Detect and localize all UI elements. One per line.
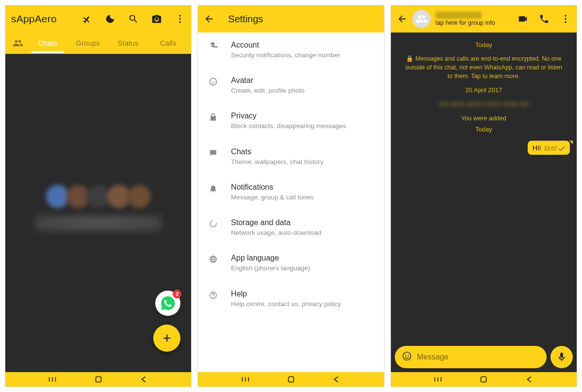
outgoing-message[interactable]: Hi! 23:07 bbox=[528, 141, 570, 155]
svg-point-0 bbox=[179, 15, 181, 16]
chats-screen: sAppAero Chats Groups Status Calls 2 + bbox=[5, 5, 192, 387]
data-icon bbox=[209, 218, 226, 229]
message-list[interactable]: Today 🔒 Messages and calls are end-to-en… bbox=[391, 33, 577, 342]
svg-rect-19 bbox=[481, 377, 486, 382]
tab-bar: Chats Groups Status Calls bbox=[5, 33, 191, 54]
mic-button[interactable] bbox=[550, 346, 573, 368]
tab-calls[interactable]: Calls bbox=[148, 33, 188, 53]
svg-point-13 bbox=[565, 15, 566, 16]
new-chat-fab[interactable]: + bbox=[153, 325, 180, 352]
settings-row-help[interactable]: HelpHelp centre, contact us, privacy pol… bbox=[198, 281, 384, 317]
chat-icon bbox=[209, 147, 226, 158]
blurred-empty-state bbox=[5, 185, 191, 231]
airplane-icon[interactable] bbox=[81, 14, 92, 24]
app-title: sAppAero bbox=[11, 13, 57, 25]
face-icon bbox=[209, 76, 226, 86]
svg-point-1 bbox=[179, 18, 181, 19]
svg-point-6 bbox=[214, 81, 215, 82]
home-icon[interactable] bbox=[478, 376, 489, 383]
group-subtitle: tap here for group info bbox=[436, 20, 513, 27]
encryption-notice[interactable]: 🔒 Messages and calls are end-to-end encr… bbox=[398, 52, 570, 82]
tab-status[interactable]: Status bbox=[108, 33, 148, 53]
badge-count: 2 bbox=[173, 290, 181, 298]
settings-title: Settings bbox=[228, 14, 263, 25]
lock-icon bbox=[209, 112, 226, 122]
help-icon bbox=[209, 290, 226, 300]
settings-row-avatar[interactable]: AvatarCreate, edit, profile photo bbox=[198, 68, 384, 103]
back-icon[interactable] bbox=[139, 376, 149, 383]
svg-point-4 bbox=[210, 79, 217, 85]
chat-screen: tap here for group info Today 🔒 Messages… bbox=[390, 5, 577, 387]
svg-point-11 bbox=[213, 296, 214, 297]
svg-point-17 bbox=[405, 355, 406, 356]
group-name-blurred bbox=[436, 12, 482, 19]
emoji-icon[interactable] bbox=[402, 351, 412, 363]
date-badge: Today bbox=[398, 41, 570, 49]
system-msg-blurred: xxx xxxxx xxxxxx xxxxx xxxxx xxx bbox=[398, 98, 570, 110]
svg-point-18 bbox=[407, 355, 408, 356]
chat-title-area[interactable]: tap here for group info bbox=[436, 12, 513, 27]
date-badge: Today bbox=[398, 126, 570, 133]
android-nav bbox=[198, 372, 384, 387]
settings-row-language[interactable]: App languageEnglish (phone's language) bbox=[198, 245, 384, 281]
settings-row-account[interactable]: AccountSecurity notifications, change nu… bbox=[198, 33, 384, 68]
back-arrow-icon[interactable] bbox=[397, 14, 407, 24]
recent-icon[interactable] bbox=[433, 376, 443, 383]
settings-appbar: Settings bbox=[198, 5, 384, 33]
back-arrow-icon[interactable] bbox=[204, 14, 214, 24]
more-icon[interactable] bbox=[560, 14, 571, 24]
settings-list: AccountSecurity notifications, change nu… bbox=[198, 33, 384, 372]
system-msg: You were added bbox=[398, 114, 570, 122]
date-badge: 20 April 2017 bbox=[398, 86, 570, 94]
composer: Message bbox=[391, 342, 577, 372]
group-avatar[interactable] bbox=[412, 10, 431, 28]
android-nav bbox=[391, 372, 577, 387]
svg-rect-3 bbox=[96, 377, 101, 382]
search-icon[interactable] bbox=[128, 14, 139, 24]
message-text: Hi! bbox=[533, 144, 541, 152]
phone-icon[interactable] bbox=[539, 14, 550, 24]
back-icon[interactable] bbox=[524, 376, 535, 383]
settings-screen: Settings AccountSecurity notifications, … bbox=[197, 5, 384, 387]
key-icon bbox=[209, 41, 226, 51]
settings-row-notifications[interactable]: NotificationsMessage, group & call tones bbox=[198, 175, 384, 210]
android-nav bbox=[5, 372, 191, 387]
svg-point-15 bbox=[565, 21, 566, 23]
app-bar: sAppAero bbox=[5, 5, 191, 33]
recent-icon[interactable] bbox=[47, 376, 58, 383]
community-icon[interactable] bbox=[8, 38, 28, 49]
settings-row-privacy[interactable]: PrivacyBlock contacts, disappearing mess… bbox=[198, 103, 384, 139]
svg-point-2 bbox=[179, 21, 181, 23]
sent-check-icon bbox=[559, 146, 566, 151]
home-icon[interactable] bbox=[286, 376, 296, 383]
tab-chats[interactable]: Chats bbox=[28, 33, 68, 53]
tab-groups[interactable]: Groups bbox=[68, 33, 108, 53]
bell-icon bbox=[209, 183, 226, 193]
back-icon[interactable] bbox=[331, 376, 342, 383]
svg-point-5 bbox=[211, 81, 212, 82]
svg-rect-12 bbox=[288, 377, 293, 382]
chat-header[interactable]: tap here for group info bbox=[391, 5, 577, 33]
more-icon[interactable] bbox=[175, 14, 185, 24]
svg-point-16 bbox=[403, 352, 411, 360]
video-call-icon[interactable] bbox=[517, 14, 528, 24]
recent-icon[interactable] bbox=[240, 376, 251, 383]
whatsapp-floating-icon[interactable]: 2 bbox=[155, 291, 180, 316]
moon-icon[interactable] bbox=[105, 14, 115, 24]
input-placeholder: Message bbox=[417, 353, 449, 361]
settings-row-chats[interactable]: ChatsTheme, wallpapers, chat history bbox=[198, 139, 384, 175]
message-time: 23:07 bbox=[544, 146, 557, 151]
camera-icon[interactable] bbox=[151, 14, 162, 24]
globe-icon bbox=[209, 254, 226, 264]
chat-list-body: 2 + bbox=[5, 54, 191, 372]
home-icon[interactable] bbox=[93, 376, 104, 383]
svg-point-14 bbox=[565, 18, 566, 19]
settings-row-storage[interactable]: Storage and dataNetwork usage, auto-down… bbox=[198, 210, 384, 245]
svg-point-7 bbox=[210, 221, 216, 227]
message-input[interactable]: Message bbox=[395, 346, 547, 368]
